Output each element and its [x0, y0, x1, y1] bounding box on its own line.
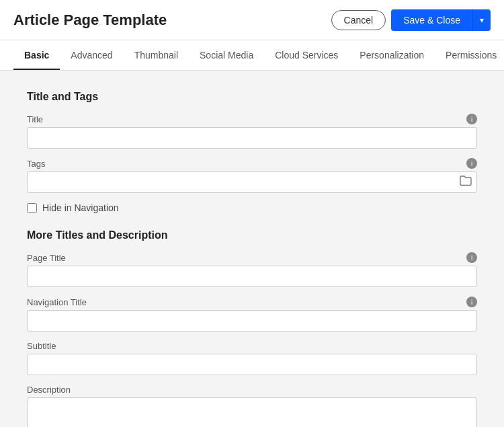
- hide-nav-row: Hide in Navigation: [27, 202, 477, 213]
- nav-title-label: Navigation Title: [27, 297, 87, 307]
- tab-social-media[interactable]: Social Media: [189, 40, 264, 70]
- page-title-label-row: Page Title i: [27, 252, 477, 263]
- description-label-row: Description: [27, 385, 477, 395]
- page-title-label: Page Title: [27, 253, 66, 263]
- tab-cloud-services[interactable]: Cloud Services: [264, 40, 349, 70]
- subtitle-input[interactable]: [27, 354, 477, 375]
- tags-label: Tags: [27, 159, 45, 169]
- title-info-icon[interactable]: i: [466, 114, 477, 124]
- tabs-bar: Basic Advanced Thumbnail Social Media Cl…: [0, 40, 504, 71]
- title-field-group: Title i: [27, 114, 477, 149]
- nav-title-field-group: Navigation Title i: [27, 297, 477, 332]
- tab-advanced[interactable]: Advanced: [60, 40, 123, 70]
- title-label: Title: [27, 114, 43, 124]
- nav-title-label-row: Navigation Title i: [27, 297, 477, 307]
- more-titles-section: More Titles and Description Page Title i…: [27, 229, 477, 427]
- nav-title-info-icon[interactable]: i: [466, 297, 477, 307]
- save-group: Save & Close ▾: [391, 9, 491, 31]
- page-title: Article Page Template: [13, 11, 167, 29]
- description-textarea[interactable]: [27, 397, 477, 427]
- subtitle-label-row: Subtitle: [27, 341, 477, 351]
- main-content: Title and Tags Title i Tags i: [0, 71, 504, 427]
- save-close-button[interactable]: Save & Close: [391, 9, 472, 31]
- page-title-info-icon[interactable]: i: [466, 252, 477, 263]
- save-dropdown-button[interactable]: ▾: [472, 9, 491, 31]
- tab-permissions[interactable]: Permissions: [435, 40, 504, 70]
- chevron-down-icon: ▾: [480, 15, 484, 25]
- subtitle-field-group: Subtitle: [27, 341, 477, 375]
- nav-title-input[interactable]: [27, 310, 477, 332]
- header: Article Page Template Cancel Save & Clos…: [0, 0, 504, 40]
- cancel-button[interactable]: Cancel: [331, 10, 386, 30]
- title-input[interactable]: [27, 127, 477, 149]
- tab-thumbnail[interactable]: Thumbnail: [124, 40, 189, 70]
- header-actions: Cancel Save & Close ▾: [331, 9, 491, 31]
- tags-label-row: Tags i: [27, 158, 477, 169]
- tags-wrapper: [27, 171, 477, 193]
- hide-nav-checkbox[interactable]: [27, 203, 37, 213]
- subtitle-label: Subtitle: [27, 341, 56, 351]
- tags-field-group: Tags i: [27, 158, 477, 193]
- title-and-tags-section: Title and Tags Title i Tags i: [27, 91, 477, 213]
- description-label: Description: [27, 385, 71, 395]
- page-title-field-group: Page Title i: [27, 252, 477, 287]
- tags-info-icon[interactable]: i: [466, 158, 477, 169]
- description-field-group: Description: [27, 385, 477, 427]
- tab-basic[interactable]: Basic: [13, 40, 60, 70]
- folder-icon[interactable]: [460, 176, 472, 189]
- page-title-input[interactable]: [27, 266, 477, 287]
- section-title-1: Title and Tags: [27, 91, 477, 103]
- section-title-2: More Titles and Description: [27, 229, 477, 241]
- tab-personalization[interactable]: Personalization: [349, 40, 435, 70]
- tags-input[interactable]: [27, 171, 477, 193]
- hide-nav-label[interactable]: Hide in Navigation: [42, 202, 119, 213]
- title-label-row: Title i: [27, 114, 477, 124]
